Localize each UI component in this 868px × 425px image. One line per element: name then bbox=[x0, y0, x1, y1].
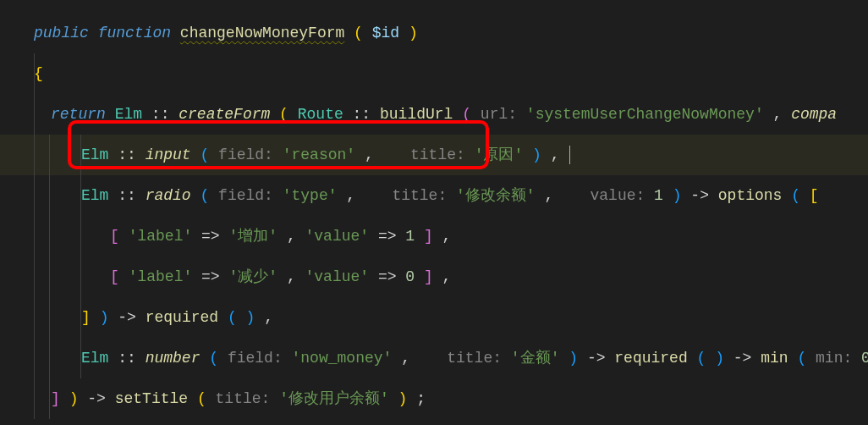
class-ref: Route bbox=[298, 106, 343, 123]
string: 'reason' bbox=[283, 146, 355, 163]
method-call: buildUrl bbox=[380, 106, 453, 123]
method-call: input bbox=[146, 146, 191, 163]
method-call: compa bbox=[791, 106, 837, 123]
brace: { bbox=[34, 59, 43, 88]
string: '原因' bbox=[475, 146, 524, 163]
scope-op: :: bbox=[353, 106, 371, 123]
keyword: public bbox=[34, 25, 89, 41]
paren: ) bbox=[409, 25, 418, 41]
method-call: options bbox=[718, 187, 783, 204]
method-call: number bbox=[146, 350, 201, 367]
string: 'systemUserChangeNowMoney' bbox=[526, 106, 764, 123]
keyword: return bbox=[51, 106, 106, 123]
code-line: ] ) -> required ( ) , bbox=[0, 297, 868, 338]
text-cursor bbox=[569, 146, 570, 164]
class-ref: Elm bbox=[81, 146, 108, 163]
code-line: [ 'label' => '增加' , 'value' => 1 ] , bbox=[0, 216, 868, 257]
code-line: return Elm :: createForm ( Route :: buil… bbox=[0, 94, 868, 135]
method-call: setTitle bbox=[115, 390, 188, 407]
param-hint: field: bbox=[218, 146, 283, 163]
code-line: public function changeNowMoneyForm ( $id… bbox=[0, 13, 868, 53]
method-call: required bbox=[146, 309, 218, 326]
code-editor[interactable]: public function changeNowMoneyForm ( $id… bbox=[0, 0, 868, 419]
method-call: createForm bbox=[179, 106, 270, 123]
method-call: radio bbox=[146, 187, 191, 204]
parameter: $id bbox=[372, 25, 399, 41]
scope-op: :: bbox=[151, 106, 170, 123]
paren: ( bbox=[279, 106, 288, 123]
param-hint: url: bbox=[481, 106, 526, 123]
paren: ( bbox=[462, 106, 471, 123]
comma: , bbox=[773, 106, 783, 123]
code-line-active: Elm :: input ( field: 'reason' , title: … bbox=[0, 135, 868, 175]
function-name: changeNowMoneyForm bbox=[180, 25, 344, 41]
code-line: { bbox=[0, 53, 868, 94]
keyword: function bbox=[98, 25, 171, 41]
code-line: Elm :: radio ( field: 'type' , title: '修… bbox=[0, 175, 868, 216]
paren: ( bbox=[354, 25, 363, 41]
class-ref: Elm bbox=[115, 106, 142, 123]
code-line: ] ) -> setTitle ( title: '修改用户余额' ) ; bbox=[0, 378, 868, 419]
param-hint: title: bbox=[410, 146, 475, 163]
code-line: Elm :: number ( field: 'now_money' , tit… bbox=[0, 338, 868, 378]
code-line: [ 'label' => '减少' , 'value' => 0 ] , bbox=[0, 257, 868, 297]
